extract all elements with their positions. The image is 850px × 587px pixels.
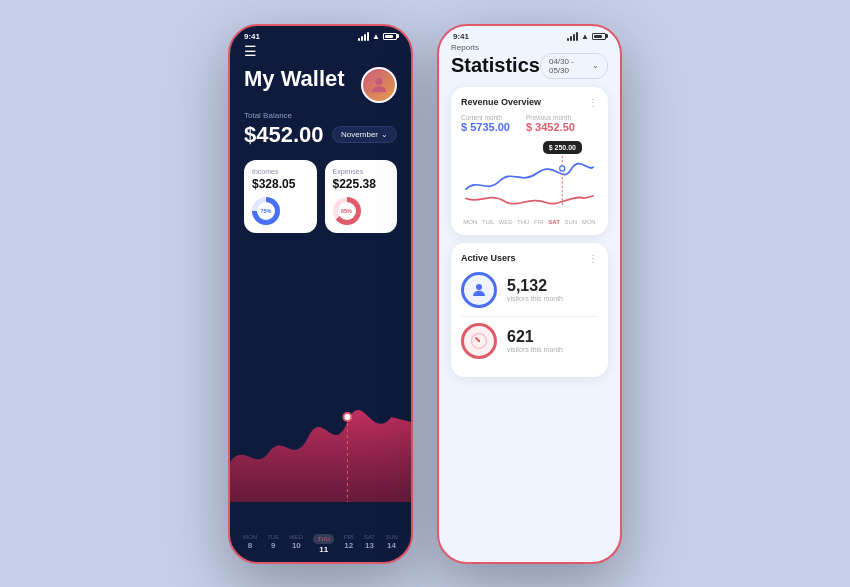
status-bar-left: 9:41 ▲ <box>230 26 411 43</box>
chart-day-sat: SAT <box>548 219 560 225</box>
phones-container: 9:41 ▲ ☰ My Wallet <box>228 24 622 564</box>
svg-point-3 <box>344 414 350 420</box>
prev-month-col: Previous month $ 3452.50 <box>526 114 575 133</box>
stats-header: Statistics 04/30 - 05/30 ⌄ <box>451 53 608 79</box>
day-thu[interactable]: THU 11 <box>313 534 333 554</box>
chevron-down-icon-right: ⌄ <box>592 61 599 70</box>
gauge-icon <box>461 323 497 359</box>
current-month-label: Current month <box>461 114 510 121</box>
wave-chart <box>230 362 411 502</box>
status-icons-right: ▲ <box>567 32 606 41</box>
prev-month-label: Previous month <box>526 114 575 121</box>
reports-label: Reports <box>451 43 608 52</box>
expenses-label: Expenses <box>333 168 390 175</box>
incomes-card: Incomes $328.05 75% <box>244 160 317 233</box>
incomes-donut: 75% <box>252 197 280 225</box>
hamburger-icon[interactable]: ☰ <box>244 43 397 59</box>
revenue-title: Revenue Overview <box>461 97 541 107</box>
visitors-label: visitors this month <box>507 295 563 302</box>
revenue-card-header: Revenue Overview ⋮ <box>461 97 598 108</box>
users-card-title: Active Users <box>461 253 516 264</box>
revenue-card: Revenue Overview ⋮ Current month $ 5735.… <box>451 87 608 235</box>
day-sun: SUN 14 <box>385 534 398 554</box>
chart-tooltip: $ 250.00 <box>543 141 582 154</box>
balance-section: Total Balance $452.00 November ⌄ <box>244 111 397 148</box>
user-stat-visitors-info: 5,132 visitors this month <box>507 277 563 302</box>
left-phone: 9:41 ▲ ☰ My Wallet <box>228 24 413 564</box>
gauge-count: 621 <box>507 328 563 346</box>
incomes-percent: 75% <box>257 202 275 220</box>
right-phone: 9:41 ▲ Reports Statistics 04/30 - 05/30 <box>437 24 622 564</box>
day-tue: TUE 9 <box>267 534 279 554</box>
day-wed: WED 10 <box>289 534 303 554</box>
users-card-header: Active Users ⋮ <box>461 253 598 264</box>
user-stat-visitors: 5,132 visitors this month <box>461 272 598 308</box>
status-icons-left: ▲ <box>358 32 397 41</box>
status-bar-right: 9:41 ▲ <box>439 26 620 43</box>
date-range-selector[interactable]: 04/30 - 05/30 ⌄ <box>540 53 608 79</box>
expenses-donut: 65% <box>333 197 361 225</box>
user-divider <box>461 316 598 317</box>
user-stat-gauge-info: 621 visitors this month <box>507 328 563 353</box>
svg-point-0 <box>375 77 382 84</box>
chart-day-thu: THU <box>517 219 529 225</box>
current-month-col: Current month $ 5735.00 <box>461 114 510 133</box>
wifi-icon: ▲ <box>372 32 380 41</box>
wallet-header: My Wallet <box>244 67 397 103</box>
chart-day-sun: SUN <box>564 219 577 225</box>
incomes-label: Incomes <box>252 168 309 175</box>
month-selector[interactable]: November ⌄ <box>332 126 397 143</box>
users-more-options-icon[interactable]: ⋮ <box>588 253 598 264</box>
wifi-icon-right: ▲ <box>581 32 589 41</box>
chart-day-labels: MON TUE WED THU FRI SAT SUN MON <box>461 219 598 225</box>
day-sat: SAT 13 <box>364 534 375 554</box>
more-options-icon[interactable]: ⋮ <box>588 97 598 108</box>
chart-day-tue: TUE <box>482 219 494 225</box>
balance-amount: $452.00 <box>244 122 324 148</box>
day-fri: FRI 12 <box>344 534 354 554</box>
days-bar: MON 8 TUE 9 WED 10 THU 11 FRI 12 SAT 13 <box>230 534 411 554</box>
wallet-title: My Wallet <box>244 67 345 91</box>
cards-row: Incomes $328.05 75% Expenses $225.38 65% <box>244 160 397 233</box>
prev-month-value: $ 3452.50 <box>526 121 575 133</box>
current-month-value: $ 5735.00 <box>461 121 510 133</box>
right-phone-content: Reports Statistics 04/30 - 05/30 ⌄ Reven… <box>439 43 620 377</box>
time-right: 9:41 <box>453 32 469 41</box>
svg-point-6 <box>476 284 482 290</box>
expenses-card: Expenses $225.38 65% <box>325 160 398 233</box>
revenue-amounts: Current month $ 5735.00 Previous month $… <box>461 114 598 133</box>
chevron-down-icon: ⌄ <box>381 130 388 139</box>
avatar <box>361 67 397 103</box>
time-left: 9:41 <box>244 32 260 41</box>
user-stat-gauge: 621 visitors this month <box>461 323 598 359</box>
expenses-amount: $225.38 <box>333 177 390 191</box>
date-range-label: 04/30 - 05/30 <box>549 57 589 75</box>
active-users-card: Active Users ⋮ 5,132 visitors this month <box>451 243 608 377</box>
visitors-icon <box>461 272 497 308</box>
svg-point-5 <box>560 165 565 170</box>
balance-row: $452.00 November ⌄ <box>244 122 397 148</box>
incomes-amount: $328.05 <box>252 177 309 191</box>
chart-day-fri: FRI <box>534 219 544 225</box>
chart-day-wed: WED <box>498 219 512 225</box>
gauge-label: visitors this month <box>507 346 563 353</box>
stats-title: Statistics <box>451 54 540 77</box>
line-chart: $ 250.00 <box>461 137 598 217</box>
day-mon: MON 8 <box>243 534 257 554</box>
chart-day-mon2: MON <box>582 219 596 225</box>
svg-point-7 <box>478 339 480 341</box>
chart-day-mon1: MON <box>463 219 477 225</box>
balance-label: Total Balance <box>244 111 397 120</box>
month-label: November <box>341 130 378 139</box>
expenses-percent: 65% <box>338 202 356 220</box>
visitors-count: 5,132 <box>507 277 563 295</box>
